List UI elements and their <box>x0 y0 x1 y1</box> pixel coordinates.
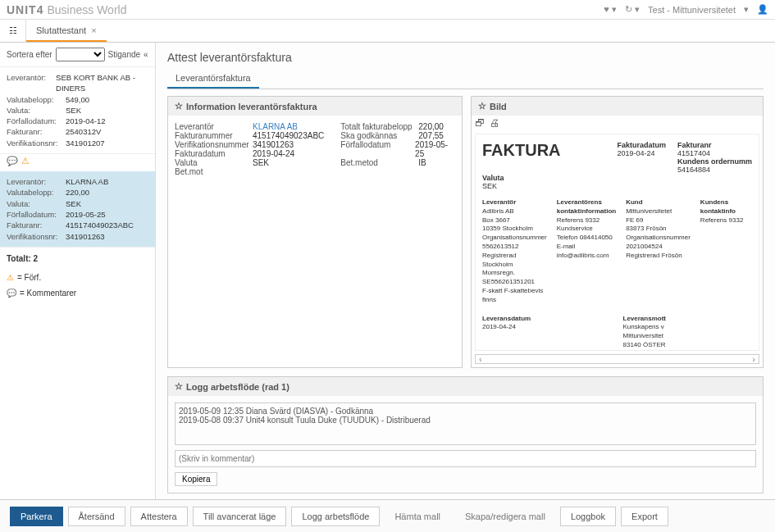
attestera-button[interactable]: Attestera <box>130 507 188 526</box>
totals-label: Totalt: 2 <box>7 254 38 263</box>
warning-icon: ⚠ <box>21 156 30 166</box>
invoice-heading: FAKTURA <box>482 141 561 160</box>
comment-icon: 💬 <box>7 289 16 298</box>
totals: Totalt: 2 <box>0 248 155 270</box>
invoice-preview: FAKTURA Fakturadatum2019-04-24 Fakturanr… <box>475 134 759 351</box>
app-header: UNIT4 Business World ♥ ▾ ↻ ▾ Test - Mitt… <box>0 0 775 20</box>
info-key: Bet.metod <box>340 158 418 167</box>
menu-icon[interactable]: ☷ <box>0 19 26 42</box>
label: Valutabelopp: <box>7 187 66 198</box>
scroll-right-icon[interactable]: › <box>752 354 755 364</box>
label: Förfallodatum: <box>7 116 66 126</box>
log-entry: 2019-05-09 12:35 Diana Svärd (DIASVA) - … <box>179 407 752 416</box>
inner-tabs: Leverantörsfaktura <box>167 69 764 89</box>
info-value: 220,00 <box>418 122 444 131</box>
collapse-icon[interactable]: ☆ <box>175 381 183 392</box>
sort-order[interactable]: Stigande <box>108 50 140 59</box>
list-item[interactable]: Leverantör:KLARNA AB Valutabelopp:220,00… <box>0 171 155 248</box>
label: Verifikationsnr: <box>7 231 66 242</box>
user-icon[interactable]: 👤 <box>757 4 768 15</box>
list-item[interactable]: Leverantör:SEB KORT BANK AB - DINERS Val… <box>0 67 155 154</box>
label: Valuta: <box>7 198 66 209</box>
warning-icon: ⚠ <box>7 273 14 282</box>
label: Valuta: <box>7 105 66 116</box>
info-value: IB <box>418 158 426 167</box>
value: 2540312V <box>66 126 101 137</box>
info-key: Verifikationsnummer <box>175 140 253 149</box>
label: Fakturanr: <box>7 126 66 137</box>
tenant-label[interactable]: Test - Mittuniversitetet <box>648 5 736 15</box>
collapse-icon[interactable]: « <box>144 50 148 59</box>
inv-num-label: Fakturanr <box>677 141 752 149</box>
value: SEK <box>66 198 81 209</box>
value: SEK <box>66 105 81 116</box>
comment-icon: 💬 <box>7 156 18 166</box>
info-panel: ☆Information leverantörsfaktura Leverant… <box>167 96 463 368</box>
value: 341901207 <box>66 138 105 148</box>
value: 2019-04-12 <box>66 116 106 126</box>
export-button[interactable]: Export <box>621 507 668 526</box>
tab-label: Slutattestant <box>36 25 86 35</box>
value: 549,00 <box>66 94 89 105</box>
tenant-chevron-icon[interactable]: ▾ <box>744 4 749 15</box>
collapse-icon[interactable]: ☆ <box>175 101 183 111</box>
inv-valuta-label: Valuta <box>482 174 504 182</box>
tabs-bar: ☷ Slutattestant × <box>0 20 775 43</box>
sort-select[interactable] <box>56 48 105 61</box>
info-key: Fakturanummer <box>175 131 253 140</box>
scroll-left-icon[interactable]: ‹ <box>479 354 482 364</box>
info-key: Valuta <box>175 158 253 167</box>
brand-sub: Business World <box>47 3 126 16</box>
heart-icon[interactable]: ♥ ▾ <box>604 4 617 15</box>
value: 2019-05-25 <box>66 209 106 220</box>
list-item-icons: 💬 ⚠ <box>0 154 155 171</box>
value: SEB KORT BANK AB - DINERS <box>56 72 148 94</box>
info-key: Leverantör <box>175 122 253 131</box>
inv-valuta: SEK <box>482 182 497 190</box>
info-value: 2019-05-25 <box>415 140 455 158</box>
print-icon[interactable]: 🖨 <box>490 117 499 129</box>
label: Fakturanr: <box>7 220 66 230</box>
parkera-button[interactable]: Parkera <box>10 507 63 526</box>
image-panel-title[interactable]: ☆Bild <box>472 97 763 116</box>
inv-col-head: Kund <box>626 198 691 207</box>
loggarb-button[interactable]: Logg arbetsflöde <box>291 507 380 526</box>
info-key: Fakturadatum <box>175 149 253 158</box>
horizontal-scrollbar[interactable]: ‹› <box>475 354 759 364</box>
avancerat-button[interactable]: Till avancerat läge <box>193 507 287 526</box>
open-icon[interactable]: 🗗 <box>475 117 485 129</box>
value: 220,00 <box>66 187 89 198</box>
inv-col-head: Leverantör <box>482 198 547 207</box>
info-panel-title[interactable]: ☆Information leverantörsfaktura <box>168 97 462 116</box>
inv-num: 41517404 <box>677 149 710 157</box>
page-title: Attest leverantörsfaktura <box>167 51 764 64</box>
hamta-button[interactable]: Hämta mall <box>385 507 450 525</box>
loggbok-button[interactable]: Loggbok <box>560 507 616 526</box>
collapse-icon[interactable]: ☆ <box>478 101 486 111</box>
comment-input[interactable] <box>175 450 756 467</box>
sort-label: Sortera efter <box>7 50 52 59</box>
legend-comment: 💬= Kommentarer <box>0 285 155 301</box>
info-key: Totalt fakturabelopp <box>340 122 418 131</box>
info-value: 341901263 <box>253 140 294 149</box>
close-icon[interactable]: × <box>91 25 96 35</box>
inv-date: 2019-04-24 <box>617 149 654 157</box>
inv-date-label: Fakturadatum <box>617 141 666 149</box>
tab-leverantorsfaktura[interactable]: Leverantörsfaktura <box>167 69 259 89</box>
label: Valutabelopp: <box>7 94 66 105</box>
value: KLARNA AB <box>66 176 108 187</box>
legend-text: = Förf. <box>17 273 41 282</box>
label: Leverantör: <box>7 72 56 94</box>
legend-warn: ⚠= Förf. <box>0 270 155 285</box>
atersand-button[interactable]: Återsänd <box>68 507 125 526</box>
tab-slutattestant[interactable]: Slutattestant × <box>26 20 107 42</box>
info-value: 2019-04-24 <box>253 149 294 158</box>
label: Verifikationsnr: <box>7 138 66 148</box>
skapa-button[interactable]: Skapa/redigera mall <box>455 507 555 525</box>
legend-text: = Kommentarer <box>20 289 76 298</box>
log-title[interactable]: ☆Logg arbetsflöde (rad 1) <box>168 377 763 396</box>
info-value[interactable]: KLARNA AB <box>253 122 298 131</box>
value: 341901263 <box>66 231 105 242</box>
history-icon[interactable]: ↻ ▾ <box>625 4 640 15</box>
copy-button[interactable]: Kopiera <box>175 472 217 486</box>
